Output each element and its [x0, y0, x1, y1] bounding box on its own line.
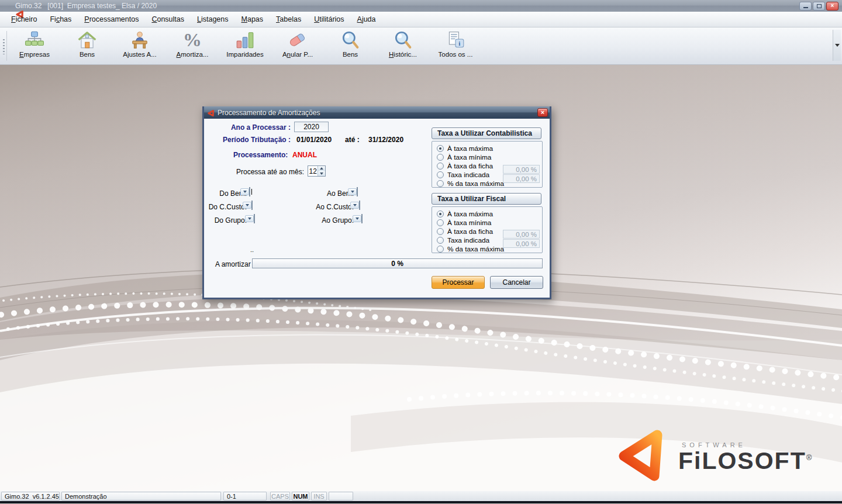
restore-icon	[817, 4, 822, 8]
progress-bar: 0 %	[252, 258, 543, 268]
toolbar-button-todos[interactable]: i Todos os ...	[429, 27, 482, 64]
menu-consultas[interactable]: Consultas	[145, 12, 191, 26]
toolbar-button-historico[interactable]: Históric...	[377, 27, 429, 64]
year-field[interactable]: 2020	[294, 122, 329, 132]
toolbar-button-imparidades[interactable]: Imparidades	[219, 27, 271, 64]
document-info-icon: i	[446, 30, 465, 49]
chevron-down-icon	[351, 191, 354, 193]
period-start-value: 01/01/2020	[296, 136, 332, 144]
menu-ficheiro[interactable]: Ficheiro	[5, 12, 43, 26]
menu-mapas[interactable]: Mapas	[235, 12, 270, 26]
minimize-button[interactable]	[799, 2, 812, 11]
registered-mark: ®	[806, 454, 813, 462]
radio-icon	[437, 163, 444, 170]
menu-fichas[interactable]: Fichas	[43, 12, 78, 26]
tax-group-fiscal-header[interactable]: Taxa a Utilizar Fiscal	[432, 193, 541, 205]
cancel-button[interactable]: Cancelar	[490, 276, 543, 289]
processing-value: ANUAL	[292, 151, 317, 159]
radio-icon	[437, 171, 444, 178]
eraser-icon	[288, 30, 308, 49]
combo-dropdown-button[interactable]	[348, 188, 357, 195]
month-value: 12	[308, 166, 318, 176]
process-button[interactable]: Processar	[432, 276, 485, 289]
svg-text:%: %	[183, 30, 202, 49]
status-caps-indicator: CAPS	[270, 492, 290, 500]
processing-label: Processamento:	[233, 151, 288, 159]
close-icon: ×	[541, 109, 544, 116]
person-desk-icon	[130, 30, 150, 49]
combo-dropdown-button[interactable]	[245, 215, 254, 222]
chevron-down-icon	[356, 218, 359, 220]
from-bem-combo[interactable]	[249, 187, 250, 196]
radio-option[interactable]: À taxa mínima	[432, 218, 542, 227]
logo-brand-text: FiLOSOFT	[678, 447, 806, 474]
toolbar-button-empresas[interactable]: Empresas	[8, 27, 61, 64]
from-ccusto-label: Do C.Custo:	[204, 203, 247, 211]
dialog-titlebar[interactable]: Processamento de Amortizações ×	[204, 106, 550, 119]
period-end-value: 31/12/2020	[368, 136, 403, 144]
toolbar-button-amortizacoes[interactable]: % Amortiza...	[166, 27, 219, 64]
menu-processamentos[interactable]: Processamentos	[78, 12, 145, 26]
magnifier-icon	[340, 30, 360, 49]
radio-option[interactable]: À taxa mínima	[432, 153, 542, 161]
menu-listagens[interactable]: Listagens	[191, 12, 235, 26]
chevron-up-icon	[320, 167, 323, 170]
menu-utilitarios[interactable]: Utilitários	[308, 12, 350, 26]
toolbar-button-ajustes[interactable]: Ajustes A...	[113, 27, 166, 64]
svg-text:i: i	[458, 40, 460, 47]
tax-group-contabilistica-header[interactable]: Taxa a Utilizar Contabilistica	[432, 127, 541, 139]
period-until-label: até :	[345, 136, 360, 144]
rate-percent-max-field: 0,00 %	[503, 239, 540, 248]
status-ins-indicator: INS	[311, 492, 327, 500]
period-label: Período Tributação :	[209, 136, 291, 144]
to-grupo-combo[interactable]	[361, 214, 363, 223]
toolbar-button-anular[interactable]: Anular P...	[271, 27, 324, 64]
chevron-down-icon	[353, 204, 357, 206]
restore-button[interactable]	[813, 2, 825, 11]
minimize-icon	[803, 7, 808, 8]
from-ccusto-combo[interactable]	[251, 201, 253, 210]
filosoft-logo: SOFTWARE FiLOSOFT®	[615, 422, 808, 486]
menu-tabelas[interactable]: Tabelas	[270, 12, 308, 26]
menu-ajuda[interactable]: Ajuda	[351, 12, 382, 26]
combo-dropdown-button[interactable]	[243, 202, 251, 209]
combo-dropdown-button[interactable]	[353, 215, 361, 222]
chevron-down-icon	[246, 204, 249, 206]
close-button[interactable]: ×	[826, 2, 838, 11]
chevron-down-icon	[243, 191, 247, 193]
status-counter: 0-1	[223, 492, 267, 500]
to-ccusto-combo[interactable]	[359, 201, 360, 210]
toolbar-overflow-button[interactable]	[833, 30, 841, 61]
window-bottom-edge	[0, 501, 842, 503]
rate-percent-max-field: 0,00 %	[503, 174, 540, 183]
window-title: Gimo.32 [001] Empresa testes_ Elsa / 202…	[15, 2, 157, 10]
dialog-logo-icon	[207, 109, 215, 116]
menu-bar: Ficheiro Fichas Processamentos Consultas…	[0, 12, 842, 27]
radio-option[interactable]: À taxa máxima	[432, 144, 542, 153]
radio-icon	[437, 145, 444, 152]
toolbar-grip[interactable]	[1, 31, 7, 61]
close-icon: ×	[831, 3, 834, 9]
bar-chart-icon	[235, 30, 255, 49]
radio-icon	[437, 154, 444, 161]
month-spinner[interactable]: 12	[308, 165, 326, 177]
house-icon	[77, 30, 97, 49]
combo-dropdown-button[interactable]	[350, 202, 359, 209]
to-bem-combo[interactable]	[357, 187, 358, 196]
year-label: Ano a Processar :	[209, 123, 291, 132]
to-grupo-label: Ao Grupo:	[292, 216, 354, 225]
radio-option[interactable]: À taxa máxima	[432, 209, 542, 218]
spin-up-button[interactable]	[318, 166, 325, 171]
radio-icon	[437, 210, 444, 218]
from-grupo-combo[interactable]	[254, 214, 255, 223]
combo-dropdown-button[interactable]	[240, 188, 249, 195]
toolbar-button-bens-consulta[interactable]: Bens	[324, 27, 377, 64]
amortization-dialog: Processamento de Amortizações × Ano a Pr…	[202, 106, 551, 299]
dialog-close-button[interactable]: ×	[537, 108, 548, 117]
toolbar-button-bens[interactable]: Bens	[61, 27, 113, 64]
status-mode: Demonstração	[61, 492, 221, 500]
spin-down-button[interactable]	[318, 171, 325, 177]
filosoft-mark-icon	[615, 426, 674, 482]
text-cursor	[251, 189, 252, 195]
dots-text: ..	[250, 246, 254, 253]
